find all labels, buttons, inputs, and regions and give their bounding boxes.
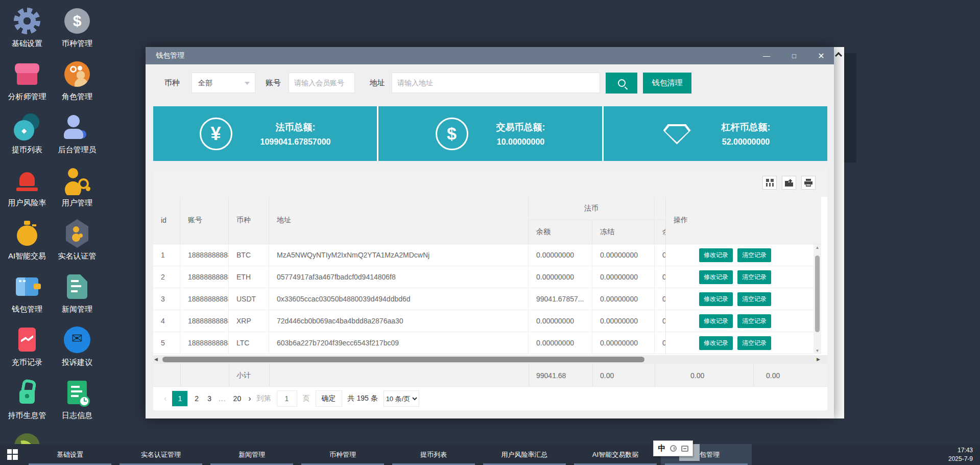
page-scrollbar[interactable] [834, 47, 844, 418]
taskbar-item[interactable]: 新闻管理 [206, 444, 297, 465]
start-button[interactable] [0, 444, 25, 465]
desktop-shortcut[interactable]: 新闻管理 [52, 269, 102, 322]
desktop-shortcut[interactable]: 持币生息管 [2, 375, 52, 428]
scroll-up-icon[interactable]: ▲ [814, 245, 821, 250]
prev-page-button[interactable]: ‹ [164, 394, 166, 403]
desktop-shortcut[interactable]: 用户管理 [52, 162, 102, 216]
desktop-shortcut[interactable]: 用户风险率 [2, 162, 52, 216]
cell-account: 18888888888 [180, 244, 229, 266]
coin-icon [62, 6, 92, 36]
goto-page-input[interactable] [277, 390, 297, 407]
background-window-edge [844, 53, 856, 162]
scroll-left-icon[interactable]: ◀ [154, 357, 158, 362]
desktop-shortcut[interactable]: 后台管理员 [52, 109, 102, 162]
subtotal-row: 小计 99041.68 0.00 0.00 0.00 [153, 364, 827, 387]
ime-toolbar[interactable]: 中 [653, 440, 693, 456]
page-2-button[interactable]: 2 [193, 394, 200, 403]
siren-icon [12, 166, 42, 195]
page-20-button[interactable]: 20 [232, 394, 243, 403]
close-button[interactable]: ✕ [811, 47, 831, 64]
columns-icon [766, 179, 774, 187]
shortcut-label: 钱包管理 [12, 305, 42, 314]
taskbar-item[interactable]: 用户风险率汇总 [479, 444, 570, 465]
cell-frozen: 0.00000000 [592, 288, 655, 310]
cell-partial: 0.00000000 [655, 310, 665, 332]
shortcut-label: 提币列表 [12, 145, 42, 155]
edit-record-button[interactable]: 修改记录 [699, 248, 733, 262]
ime-keyboard-icon[interactable] [681, 446, 688, 452]
search-button[interactable] [606, 73, 637, 94]
clear-record-button[interactable]: 清空记录 [737, 336, 771, 350]
edit-record-button[interactable]: 修改记录 [699, 270, 733, 284]
cell-id: 4 [153, 310, 180, 332]
maximize-button[interactable]: □ [784, 47, 804, 64]
mail-icon [62, 325, 92, 355]
address-input[interactable] [392, 73, 600, 93]
desktop-shortcut[interactable]: 投诉建议 [52, 322, 102, 375]
minimize-button[interactable]: — [756, 47, 777, 64]
filter-columns-button[interactable] [762, 176, 777, 190]
vertical-scroll-thumb[interactable] [815, 255, 820, 332]
page-3-button[interactable]: 3 [206, 394, 213, 403]
vertical-scrollbar[interactable]: ▲ ▼ [814, 244, 821, 354]
horizontal-scrollbar[interactable]: ◀ ▶ [153, 355, 827, 364]
desktop-shortcut[interactable]: 基础设置 [2, 3, 52, 56]
scroll-down-icon[interactable]: ▼ [814, 348, 821, 353]
summary-cards: 法币总额: 1099041.67857000 交易币总额: 10.0000000… [153, 106, 827, 161]
taskbar-clock[interactable]: 17:43 2025-7-9 [948, 446, 973, 464]
coin-select[interactable]: 全部 [192, 73, 255, 93]
scroll-right-icon[interactable]: ▶ [817, 357, 820, 362]
cell-balance: 0.00000000 [529, 244, 592, 266]
desktop-shortcut[interactable]: 充币记录 [2, 322, 52, 375]
desktop-shortcut[interactable]: 日志信息 [52, 375, 102, 428]
wallet-clean-button[interactable]: 钱包清理 [643, 73, 691, 94]
goto-label: 到第 [257, 394, 271, 403]
edit-record-button[interactable]: 修改记录 [699, 292, 733, 306]
column-header-address: 地址 [269, 197, 529, 244]
desktop: 基础设置 币种管理 分析师管理 角色管理 提币列表 [0, 0, 980, 465]
desktop-shortcut[interactable]: 角色管理 [52, 56, 102, 109]
edit-record-button[interactable]: 修改记录 [699, 314, 733, 328]
desktop-shortcut[interactable]: 实名认证管 [52, 216, 102, 269]
desktop-shortcut[interactable]: 提币列表 [2, 109, 52, 162]
taskbar-item[interactable]: 基础设置 [25, 444, 115, 465]
admin-icon [62, 112, 92, 142]
account-input[interactable] [289, 73, 355, 93]
next-page-button[interactable]: › [248, 394, 251, 403]
desktop-shortcut[interactable]: 钱包管理 [2, 269, 52, 322]
gear-icon [12, 6, 42, 36]
desktop-shortcut[interactable]: AI智能交易 [2, 216, 52, 269]
column-header-id: id [153, 197, 180, 244]
scroll-top-icon[interactable] [835, 52, 842, 59]
clear-record-button[interactable]: 清空记录 [737, 248, 771, 262]
ime-language-indicator[interactable]: 中 [658, 444, 666, 453]
clear-record-button[interactable]: 清空记录 [737, 292, 771, 306]
cell-coin: BTC [229, 244, 269, 266]
ime-mode-icon[interactable] [670, 445, 677, 452]
taskbar-item[interactable]: 实名认证管理 [115, 444, 206, 465]
column-header-action: 操作 [665, 197, 821, 244]
log-icon [62, 378, 92, 408]
horizontal-scroll-thumb[interactable] [162, 357, 644, 362]
taskbar-item[interactable]: 提币列表 [388, 444, 479, 465]
desktop-shortcut[interactable]: 币种管理 [52, 3, 102, 56]
taskbar-item[interactable]: 币种管理 [297, 444, 388, 465]
export-button[interactable] [782, 176, 796, 190]
taskbar-item[interactable]: AI智能交易数据 [570, 444, 661, 465]
per-page-select[interactable]: 10 条/页 [384, 390, 419, 407]
taskbar-item-label: 提币列表 [420, 450, 447, 459]
page-1-button[interactable]: 1 [172, 391, 187, 406]
role-icon [62, 59, 92, 89]
window-titlebar[interactable]: 钱包管理 — □ ✕ [146, 47, 834, 64]
clock-time: 17:43 [958, 447, 973, 454]
account-filter-label: 账号 [266, 73, 281, 93]
print-button[interactable] [801, 176, 816, 190]
desktop-shortcut[interactable]: 分析师管理 [2, 56, 52, 109]
edit-record-button[interactable]: 修改记录 [699, 336, 733, 350]
wallet-management-window: 钱包管理 — □ ✕ 币种 全部 账号 地址 钱包清理 法币总额: [146, 47, 834, 418]
clear-record-button[interactable]: 清空记录 [737, 314, 771, 328]
confirm-button[interactable]: 确定 [316, 390, 342, 407]
cell-balance: 0.00000000 [529, 266, 592, 288]
gem-icon [661, 118, 694, 150]
clear-record-button[interactable]: 清空记录 [737, 270, 771, 284]
